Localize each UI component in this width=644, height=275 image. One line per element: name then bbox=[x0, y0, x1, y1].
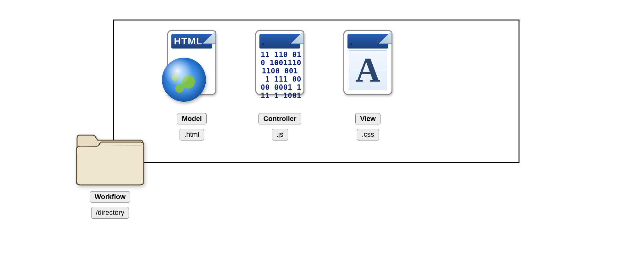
workflow-label-badge: Workflow bbox=[90, 191, 130, 203]
binary-line: 11 1 1001 bbox=[261, 91, 299, 100]
binary-line: 0 1001110 bbox=[261, 59, 299, 67]
workflow-node: Workflow /directory bbox=[69, 131, 151, 220]
controller-label-badge: Controller bbox=[258, 113, 301, 124]
workflow-sub-badge: /directory bbox=[91, 207, 129, 218]
globe-icon bbox=[162, 58, 206, 102]
binary-lines: 11 110 01 0 1001110 1100 001 1 111 00 00… bbox=[261, 50, 299, 89]
binary-line: 11 110 01 bbox=[261, 50, 299, 59]
model-label-badge: Model bbox=[177, 113, 207, 124]
html-file-icon: HTML bbox=[159, 30, 225, 109]
view-sub-badge: .css bbox=[357, 129, 379, 140]
view-label-badge: View bbox=[355, 113, 380, 124]
folder-icon bbox=[74, 131, 146, 187]
binary-line: 1 111 00 bbox=[261, 75, 299, 83]
model-sub-badge: .html bbox=[180, 129, 204, 140]
font-file-icon: . A bbox=[335, 30, 401, 109]
controller-sub-badge: .js bbox=[272, 129, 288, 140]
model-node: HTML Model .html bbox=[154, 30, 230, 142]
binary-line: 00 0001 1 bbox=[261, 83, 299, 91]
controller-node: . 11 110 01 0 1001110 1100 001 1 111 00 … bbox=[239, 30, 321, 142]
binary-line: 1100 001 bbox=[261, 67, 299, 75]
binary-file-icon: . 11 110 01 0 1001110 1100 001 1 111 00 … bbox=[247, 30, 313, 109]
view-node: . A View .css bbox=[327, 30, 409, 142]
